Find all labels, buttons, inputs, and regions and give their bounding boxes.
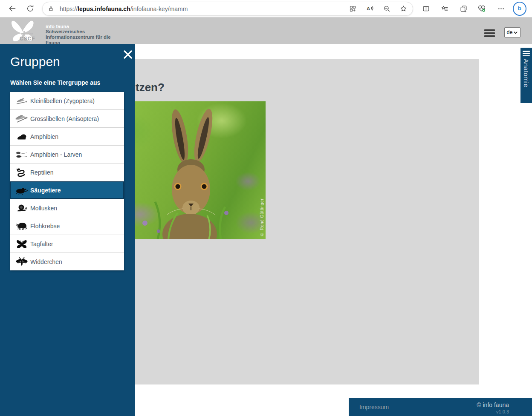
back-button[interactable] bbox=[6, 2, 19, 15]
menu-hamburger-icon[interactable] bbox=[484, 29, 495, 38]
mouse-icon bbox=[14, 186, 29, 195]
version-label: v1.0.3 bbox=[496, 409, 509, 414]
group-item-reptilien[interactable]: Reptilien bbox=[10, 164, 124, 181]
site-header: info fauna CSCF info fauna Schweizerisch… bbox=[0, 17, 532, 44]
url-text: https://lepus.infofauna.ch/infofauna-key… bbox=[60, 6, 188, 12]
brand-title: info fauna bbox=[46, 24, 69, 29]
group-item-amphibien[interactable]: Amphibien bbox=[10, 128, 124, 146]
logo-cscf-text: CSCF bbox=[20, 36, 35, 42]
logo-small-text: info fauna bbox=[22, 32, 33, 35]
browser-essentials-icon[interactable] bbox=[475, 2, 489, 15]
refresh-button[interactable] bbox=[23, 2, 37, 15]
split-screen-icon[interactable] bbox=[419, 2, 433, 15]
amphipod-icon bbox=[14, 221, 29, 231]
panel-subtitle: Wählen Sie eine Tiergruppe aus bbox=[10, 79, 100, 86]
brand-subtitle: Schweizerisches Informationszentrum für … bbox=[46, 29, 111, 46]
burnet-moth-icon bbox=[14, 257, 29, 267]
dragonfly-icon bbox=[14, 114, 29, 123]
group-item-widderchen[interactable]: Widderchen bbox=[10, 253, 124, 270]
bing-chat-icon[interactable]: b bbox=[513, 2, 526, 15]
more-options-icon[interactable] bbox=[494, 2, 508, 15]
frog-icon bbox=[14, 132, 29, 141]
browser-window: https://lepus.infofauna.ch/infofauna-key… bbox=[0, 0, 532, 416]
group-item-kleinlibellen[interactable]: Kleinlibellen (Zygoptera) bbox=[10, 92, 124, 110]
svg-text:A: A bbox=[367, 6, 370, 11]
workspaces-icon[interactable] bbox=[346, 2, 359, 15]
zoom-out-icon[interactable] bbox=[380, 2, 393, 15]
group-list: Kleinlibellen (Zygoptera) Grosslibellen … bbox=[10, 92, 124, 270]
damselfly-icon bbox=[14, 96, 29, 106]
collections-icon[interactable] bbox=[457, 2, 470, 15]
group-item-amphibien-larven[interactable]: Amphibien - Larven bbox=[10, 146, 124, 164]
anatomy-tab[interactable]: Anatomie bbox=[520, 48, 532, 103]
group-item-saeugetiere[interactable]: Säugetiere bbox=[10, 181, 124, 199]
tadpole-icon bbox=[14, 150, 29, 159]
page-footer: Impressum © info fauna v1.0.3 bbox=[349, 398, 532, 416]
favorites-star-icon[interactable] bbox=[396, 2, 410, 15]
impressum-link[interactable]: Impressum bbox=[359, 404, 389, 410]
svg-text:b: b bbox=[518, 5, 521, 11]
groups-panel: Gruppen Wählen Sie eine Tiergruppe aus K… bbox=[0, 44, 135, 416]
hare-illustration bbox=[119, 101, 266, 239]
copyright-link[interactable]: © info fauna bbox=[477, 402, 509, 408]
browser-toolbar: https://lepus.infofauna.ch/infofauna-key… bbox=[0, 0, 532, 17]
panel-title: Gruppen bbox=[10, 55, 60, 69]
close-icon[interactable] bbox=[123, 49, 133, 60]
photo-credit: © René Güttinger bbox=[260, 198, 264, 237]
hare-photo: © René Güttinger bbox=[119, 101, 266, 239]
butterfly-icon bbox=[14, 239, 29, 249]
anatomy-tab-label: Anatomie bbox=[523, 59, 530, 87]
snail-icon bbox=[14, 204, 29, 213]
question-text: tzen? bbox=[136, 81, 165, 94]
language-select[interactable]: de bbox=[504, 27, 520, 37]
snake-icon bbox=[14, 167, 29, 178]
group-item-tagfalter[interactable]: Tagfalter bbox=[10, 235, 124, 253]
group-item-grosslibellen[interactable]: Grosslibellen (Anisoptera) bbox=[10, 110, 124, 128]
lock-icon bbox=[45, 3, 56, 14]
anatomy-hamburger-icon bbox=[523, 51, 530, 56]
group-item-mollusken[interactable]: Mollusken bbox=[10, 199, 124, 217]
group-item-flohkrebse[interactable]: Flohkrebse bbox=[10, 217, 124, 235]
favorites-list-icon[interactable] bbox=[438, 2, 451, 15]
read-aloud-icon[interactable]: A bbox=[363, 2, 376, 15]
chevron-down-icon bbox=[513, 30, 518, 35]
